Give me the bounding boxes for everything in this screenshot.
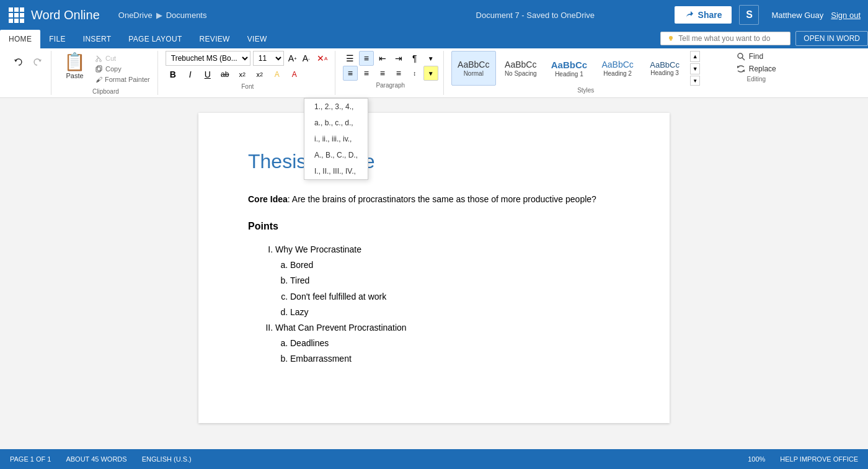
list-dropdown-item-1[interactable]: a., b., c., d., [304,115,368,131]
styles-scroll-down[interactable]: ▼ [690,63,700,74]
bold-button[interactable]: B [166,67,180,82]
ribbon-toolbar: Paste 📋 Paste Cut Copy 🖌 Format Painter [0,48,868,98]
style-normal[interactable]: AaBbCc Normal [451,51,496,86]
core-idea-para: Core Idea: Are the brains of procrastina… [248,193,620,206]
clear-formatting-button[interactable]: ✕A [315,51,330,66]
svg-line-9 [742,58,745,60]
italic-button[interactable]: I [183,67,198,82]
styles-section-label: Styles [451,86,720,94]
waffle-menu[interactable] [7,6,25,24]
open-in-word-button[interactable]: OPEN IN WORD [795,31,868,46]
align-center-button[interactable]: ≡ [359,66,374,81]
style-no-spacing[interactable]: AaBbCc No Spacing [498,51,543,86]
numbering-button[interactable]: ≡ [359,51,374,66]
title-actions: Share S Matthew Guay Sign out [675,5,861,25]
styles-scroll-buttons: ▲ ▼ ▼ [689,51,701,86]
cut-icon [95,55,103,62]
list-dropdown-item-0[interactable]: 1., 2., 3., 4., [304,99,368,115]
para-row1: ☰ ≡ ⇤ ⇥ ¶ ▼ [343,51,438,66]
redo-icon [32,56,43,68]
paste-icon: 📋 [64,53,86,71]
breadcrumb-documents[interactable]: Documents [166,11,207,20]
font-color-button[interactable]: A [287,67,302,82]
tell-me-input[interactable] [678,34,784,43]
core-idea-label: Core Idea [248,194,288,204]
cut-label: Cut [105,55,116,62]
tab-file[interactable]: FILE [40,30,74,48]
paragraph-section-label: Paragraph [343,81,438,89]
show-formatting-button[interactable]: ¶ [407,51,422,66]
tell-me-box[interactable] [660,32,790,45]
style-heading3-name: Heading 3 [650,69,679,76]
style-heading3[interactable]: AaBbCc Heading 3 [642,51,687,86]
sign-out-link[interactable]: Sign out [831,11,861,20]
style-heading1[interactable]: AaBbCc Heading 1 [546,51,593,86]
underline-button[interactable]: U [200,67,215,82]
list-dropdown-item-3[interactable]: A., B., C., D., [304,147,368,163]
style-heading2[interactable]: AaBbCc Heading 2 [595,51,640,86]
line-spacing-button[interactable]: ↕ [407,66,422,81]
copy-icon [95,65,103,73]
shading-button[interactable]: ▼ [423,66,438,81]
list-subitem-2b: Embarrassment [290,351,620,367]
paste-button[interactable]: 📋 Paste [59,51,91,82]
list-subitem-1b: Tired [290,273,620,288]
undo-button[interactable] [10,53,27,71]
ribbon-right-area: OPEN IN WORD [660,31,868,48]
list-item-2: What Can Prevent Procrastination Deadlin… [275,320,620,367]
redo-button[interactable] [29,53,46,71]
style-heading2-preview: AaBbCc [601,60,633,70]
list-dropdown-item-4[interactable]: I., II., III., IV., [304,163,368,179]
editing-section-label: Editing [733,74,780,83]
list-item-1-text: Why We Procrastinate [275,244,361,254]
breadcrumb: OneDrive ▶ Documents [118,11,396,20]
styles-more[interactable]: ▼ [690,76,700,86]
svg-rect-7 [96,67,100,72]
tab-home[interactable]: HOME [0,30,40,48]
strikethrough-button[interactable]: ab [218,67,232,82]
svg-point-4 [96,60,98,62]
style-no-spacing-name: No Spacing [505,70,537,77]
bullets-button[interactable]: ☰ [343,51,358,66]
find-button[interactable]: Find [733,51,780,62]
skype-button[interactable]: S [739,5,759,25]
decrease-font-size-button[interactable]: A- [300,51,312,66]
breadcrumb-arrow: ▶ [156,11,162,20]
breadcrumb-onedrive[interactable]: OneDrive [118,11,153,20]
increase-indent-button[interactable]: ⇥ [391,51,406,66]
svg-marker-3 [38,60,42,62]
font-name-select[interactable]: Trebuchet MS (Bo... [166,51,250,66]
tab-view[interactable]: VIEW [239,30,276,48]
highlight-button[interactable]: A [270,67,285,82]
align-left-button[interactable]: ≡ [343,66,358,81]
undo-icon [13,56,24,68]
clipboard-small-btns: Cut Copy 🖌 Format Painter [93,51,153,84]
tab-insert[interactable]: INSERT [74,30,120,48]
increase-font-size-button[interactable]: A+ [286,51,299,66]
undo-buttons [10,53,46,71]
style-normal-name: Normal [464,70,484,77]
styles-scroll-up[interactable]: ▲ [690,51,700,62]
tab-review[interactable]: REVIEW [191,30,239,48]
align-right-button[interactable]: ≡ [375,66,390,81]
subscript-button[interactable]: x2 [235,67,250,82]
format-painter-button[interactable]: 🖌 Format Painter [93,74,153,84]
cut-button[interactable]: Cut [93,53,153,63]
replace-button[interactable]: Replace [733,63,780,74]
copy-button[interactable]: Copy [93,64,153,74]
superscript-button[interactable]: x2 [252,67,267,82]
copy-label: Copy [105,65,122,73]
find-icon [737,52,745,61]
font-size-select[interactable]: 11 [253,51,284,66]
list-dropdown-item-2[interactable]: i., ii., iii., iv., [304,131,368,147]
svg-marker-2 [14,60,17,62]
editing-buttons: Find Replace [733,51,780,74]
share-button[interactable]: Share [675,6,732,24]
more-paragraph-button[interactable]: ▼ [423,51,438,66]
decrease-indent-button[interactable]: ⇤ [375,51,390,66]
document-page[interactable]: Thesis Outline Core Idea: Are the brains… [198,113,670,423]
clipboard-section-label: Clipboard [59,87,153,95]
justify-button[interactable]: ≡ [391,66,406,81]
doc-info: Document 7 - Saved to OneDrive [396,11,674,20]
tab-page-layout[interactable]: PAGE LAYOUT [120,30,190,48]
